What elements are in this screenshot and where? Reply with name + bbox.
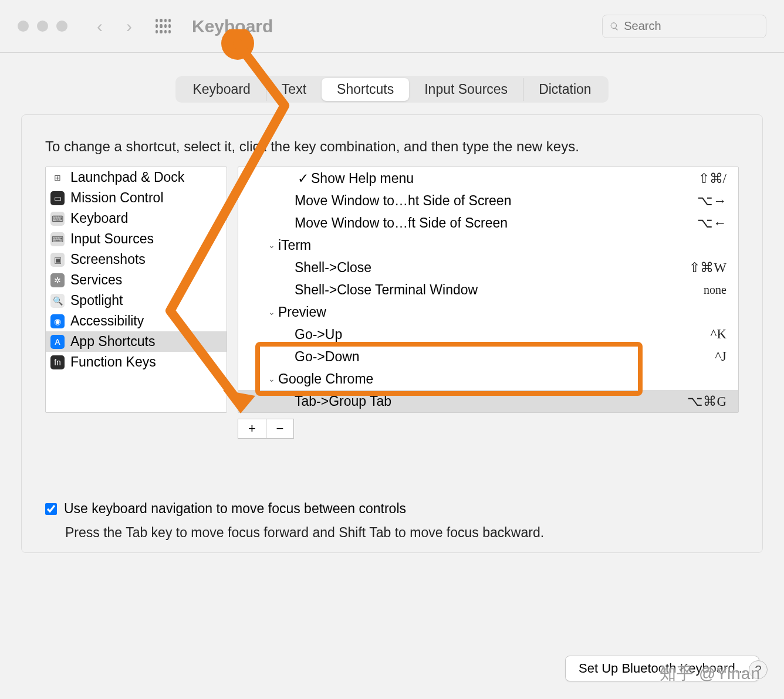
sidebar-item-keyboard[interactable]: ⌨Keyboard [46,208,227,229]
nav-arrows: ‹ › [97,16,132,36]
keyboard-nav-label: Use keyboard navigation to move focus be… [64,501,406,517]
category-icon: ◉ [50,314,65,328]
shortcut-label: iTerm [278,237,726,253]
shortcut-label: Google Chrome [278,371,726,387]
chevron-down-icon[interactable]: ⌄ [265,374,278,384]
shortcut-group[interactable]: ⌄iTerm [238,234,738,256]
sidebar-item-spotlight[interactable]: 🔍Spotlight [46,290,227,311]
category-icon: A [50,335,65,349]
toolbar: ‹ › Keyboard [0,0,784,53]
shortcut-label: Tab->Group Tab [295,393,687,409]
shortcut-label: Go->Down [295,349,715,365]
shortcut-keys[interactable]: ⇧⌘W [689,260,726,276]
shortcut-row[interactable]: Tab->Group Tab⌥⌘G [238,390,738,412]
window-controls [18,21,67,32]
category-icon: ▭ [50,191,65,205]
category-icon: ✲ [50,273,65,287]
search-box[interactable] [602,15,766,38]
shortcut-group[interactable]: ⌄Preview [238,301,738,323]
shortcut-keys[interactable]: none [704,283,726,297]
sidebar-item-label: Accessibility [70,313,144,329]
tab-shortcuts[interactable]: Shortcuts [322,78,409,101]
remove-button[interactable]: − [266,419,294,439]
sidebar-item-label: Screenshots [70,252,146,267]
sidebar-item-label: Function Keys [70,354,156,370]
instruction-text: To change a shortcut, select it, click t… [45,138,739,155]
shortcut-keys[interactable]: ⌥⌘G [687,393,726,409]
shortcut-keys[interactable]: ⇧⌘/ [698,171,726,186]
sidebar-item-services[interactable]: ✲Services [46,270,227,290]
tab-keyboard[interactable]: Keyboard [177,78,265,101]
shortcuts-list[interactable]: ✓Show Help menu⇧⌘/Move Window to…ht Side… [238,167,739,413]
sidebar-item-label: Keyboard [70,211,128,226]
category-icon: ▣ [50,253,65,267]
shortcut-label: Preview [278,304,726,320]
sidebar-item-label: Services [70,272,122,288]
back-button[interactable]: ‹ [97,16,103,36]
checkbox-icon[interactable]: ✓ [295,171,311,186]
minimize-window-button[interactable] [37,21,48,32]
tab-dictation[interactable]: Dictation [523,78,606,101]
sidebar-item-label: Input Sources [70,231,154,247]
sidebar-item-app-shortcuts[interactable]: AApp Shortcuts [46,331,227,352]
sidebar-item-label: App Shortcuts [70,334,155,350]
shortcut-row[interactable]: Shell->Close Terminal Windownone [238,279,738,301]
shortcut-label: Shell->Close [295,260,689,276]
search-input[interactable] [624,19,759,33]
category-icon: ⌨ [50,212,65,226]
shortcut-label: Move Window to…ft Side of Screen [295,215,697,231]
category-sidebar[interactable]: ⊞Launchpad & Dock▭Mission Control⌨Keyboa… [45,167,227,413]
search-icon [610,21,619,32]
shortcut-row[interactable]: Move Window to…ft Side of Screen⌥← [238,212,738,234]
shortcuts-panel: To change a shortcut, select it, click t… [21,114,763,553]
shortcut-row[interactable]: Move Window to…ht Side of Screen⌥→ [238,189,738,212]
keyboard-nav-checkbox[interactable] [45,503,57,515]
close-window-button[interactable] [18,21,29,32]
shortcut-group[interactable]: ⌄Google Chrome [238,368,738,390]
watermark: 知乎 @Yinan [660,663,761,685]
shortcut-row[interactable]: Go->Down^J [238,345,738,368]
sidebar-item-label: Launchpad & Dock [70,169,184,185]
shortcut-label: Move Window to…ht Side of Screen [295,193,697,209]
shortcut-keys[interactable]: ⌥← [697,215,726,231]
sidebar-item-function-keys[interactable]: fnFunction Keys [46,352,227,372]
shortcut-row[interactable]: ✓Show Help menu⇧⌘/ [238,167,738,189]
shortcut-label: Go->Up [295,327,711,342]
zoom-window-button[interactable] [56,21,67,32]
add-button[interactable]: + [238,419,266,439]
window-title: Keyboard [192,16,273,36]
tabs-container: KeyboardTextShortcutsInput SourcesDictat… [21,76,763,103]
forward-button[interactable]: › [126,16,132,36]
keyboard-nav-hint: Press the Tab key to move focus forward … [65,525,739,541]
sidebar-item-input-sources[interactable]: ⌨Input Sources [46,229,227,249]
category-icon: 🔍 [50,294,65,308]
tab-text[interactable]: Text [266,78,322,101]
sidebar-item-label: Spotlight [70,293,123,308]
chevron-down-icon[interactable]: ⌄ [265,307,278,317]
shortcut-label: Show Help menu [311,171,698,186]
sidebar-item-label: Mission Control [70,190,164,206]
shortcut-keys[interactable]: ^K [711,327,726,342]
shortcut-keys[interactable]: ^J [715,349,726,364]
show-all-icon[interactable] [156,19,171,34]
category-icon: fn [50,355,65,369]
sidebar-item-launchpad-dock[interactable]: ⊞Launchpad & Dock [46,167,227,188]
tab-input-sources[interactable]: Input Sources [409,78,523,101]
shortcut-label: Shell->Close Terminal Window [295,282,704,298]
shortcut-row[interactable]: Go->Up^K [238,323,738,345]
category-icon: ⊞ [50,171,65,185]
sidebar-item-accessibility[interactable]: ◉Accessibility [46,311,227,331]
sidebar-item-mission-control[interactable]: ▭Mission Control [46,188,227,208]
sidebar-item-screenshots[interactable]: ▣Screenshots [46,249,227,270]
add-remove-buttons: + − [238,419,739,439]
category-icon: ⌨ [50,232,65,246]
shortcut-keys[interactable]: ⌥→ [697,193,726,209]
chevron-down-icon[interactable]: ⌄ [265,240,278,250]
shortcut-row[interactable]: Shell->Close⇧⌘W [238,256,738,279]
